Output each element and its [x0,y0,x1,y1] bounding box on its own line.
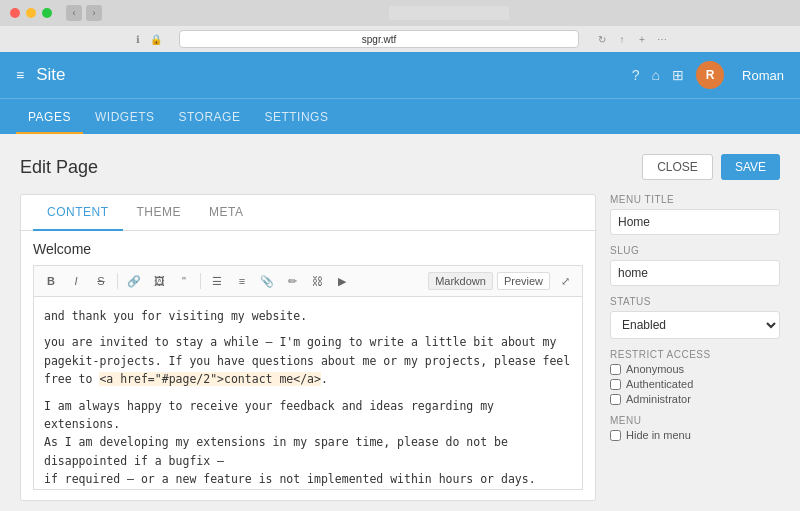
nav-settings[interactable]: SETTINGS [252,102,340,135]
editor-line-3: I am always happy to receive your feedba… [44,397,572,489]
toolbar-right-icons: ↻ ↑ + ⋯ [595,32,669,46]
checkbox-administrator: Administrator [610,393,780,405]
browser-titlebar: ‹ › [0,0,800,26]
tab-theme[interactable]: THEME [123,195,196,231]
minimize-dot[interactable] [26,8,36,18]
pen-button[interactable]: ✏ [281,270,303,292]
hide-in-menu-checkbox[interactable] [610,430,621,441]
refresh-icon[interactable]: ↻ [595,32,609,46]
status-label: STATUS [610,296,780,307]
attach-button[interactable]: 📎 [256,270,278,292]
grid-icon[interactable]: ⊞ [672,67,684,83]
add-tab-icon[interactable]: + [635,32,649,46]
hamburger-icon[interactable]: ≡ [16,67,24,83]
editor-line-1: and thank you for visiting my website. [44,307,572,325]
forward-button[interactable]: › [86,5,102,21]
tab-content[interactable]: CONTENT [33,195,123,231]
editor-title: Welcome [33,241,583,257]
markdown-label[interactable]: Markdown [428,272,493,290]
editor-area: Welcome B I S 🔗 🖼 " ☰ ≡ 📎 ✏ [21,231,595,500]
left-panel: CONTENT THEME META Welcome B I S 🔗 🖼 [20,194,596,501]
nav-storage[interactable]: STORAGE [166,102,252,135]
bold-button[interactable]: B [40,270,62,292]
info-icon[interactable]: ℹ [131,32,145,46]
checkbox-hide-in-menu: Hide in menu [610,429,780,441]
anonymous-checkbox[interactable] [610,364,621,375]
restrict-label: RESTRICT ACCESS [610,349,780,360]
close-dot[interactable] [10,8,20,18]
administrator-checkbox[interactable] [610,394,621,405]
video-button[interactable]: ▶ [331,270,353,292]
content-area: CONTENT THEME META Welcome B I S 🔗 🖼 [20,194,780,501]
strikethrough-button[interactable]: S [90,270,112,292]
menu-title-group: MENU TITLE [610,194,780,235]
tab-meta[interactable]: META [195,195,257,231]
slug-group: SLUG [610,245,780,286]
administrator-label: Administrator [626,393,691,405]
slug-input[interactable] [610,260,780,286]
page-header: Edit Page CLOSE SAVE [20,154,780,180]
list-ol-button[interactable]: ≡ [231,270,253,292]
settings-icon[interactable]: ⋯ [655,32,669,46]
menu-title-label: MENU TITLE [610,194,780,205]
quote-button[interactable]: " [173,270,195,292]
toolbar-left-icons: ℹ 🔒 [131,32,163,46]
editor-line-2: you are invited to stay a while – I'm go… [44,333,572,388]
authenticated-checkbox[interactable] [610,379,621,390]
browser-nav-buttons: ‹ › [66,5,102,21]
share-icon[interactable]: ↑ [615,32,629,46]
checkbox-authenticated: Authenticated [610,378,780,390]
top-nav-icons: ? ⌂ ⊞ R Roman [632,61,784,89]
authenticated-label: Authenticated [626,378,693,390]
url-text: spgr.wtf [362,34,396,45]
anonymous-label: Anonymous [626,363,684,375]
hide-in-menu-label: Hide in menu [626,429,691,441]
checkbox-anonymous: Anonymous [610,363,780,375]
list-ul-button[interactable]: ☰ [206,270,228,292]
sub-nav: PAGES WIDGETS STORAGE SETTINGS [0,98,800,134]
menu-title-input[interactable] [610,209,780,235]
url-bar[interactable]: spgr.wtf [179,30,579,48]
user-avatar[interactable]: R [696,61,724,89]
nav-widgets[interactable]: WIDGETS [83,102,167,135]
status-group: STATUS Enabled Disabled [610,296,780,339]
expand-button[interactable]: ⤢ [554,270,576,292]
close-button[interactable]: CLOSE [642,154,713,180]
shield-icon[interactable]: 🔒 [149,32,163,46]
toolbar-sep-1 [117,273,118,289]
italic-button[interactable]: I [65,270,87,292]
browser-chrome: ‹ › ℹ 🔒 spgr.wtf ↻ ↑ + ⋯ [0,0,800,52]
help-icon[interactable]: ? [632,67,640,83]
back-button[interactable]: ‹ [66,5,82,21]
app: ≡ Site ? ⌂ ⊞ R Roman PAGES WIDGETS STORA… [0,52,800,511]
header-buttons: CLOSE SAVE [642,154,780,180]
top-nav: ≡ Site ? ⌂ ⊞ R Roman [0,52,800,98]
menu-label: MENU [610,415,780,426]
menu-section: MENU Hide in menu [610,415,780,441]
right-panel: MENU TITLE SLUG STATUS Enabled Disabled [610,194,780,501]
link-button[interactable]: 🔗 [123,270,145,292]
chain-button[interactable]: ⛓ [306,270,328,292]
image-button[interactable]: 🖼 [148,270,170,292]
page-title: Edit Page [20,157,98,178]
restrict-section: RESTRICT ACCESS Anonymous Authenticated … [610,349,780,405]
save-button[interactable]: SAVE [721,154,780,180]
editor-toolbar: B I S 🔗 🖼 " ☰ ≡ 📎 ✏ ⛓ ▶ [33,265,583,296]
home-icon[interactable]: ⌂ [652,67,660,83]
site-title: Site [36,65,632,85]
main-content: Edit Page CLOSE SAVE CONTENT THEME META … [0,134,800,511]
slug-label: SLUG [610,245,780,256]
preview-label[interactable]: Preview [497,272,550,290]
maximize-dot[interactable] [42,8,52,18]
toolbar-sep-2 [200,273,201,289]
user-initial: R [706,68,715,82]
editor-content[interactable]: and thank you for visiting my website. y… [33,296,583,490]
toolbar-right: Markdown Preview ⤢ [428,270,576,292]
tab-bar: CONTENT THEME META [21,195,595,231]
user-name: Roman [742,68,784,83]
link-text: <a href="#page/2">contact me</a> [99,372,321,386]
status-select[interactable]: Enabled Disabled [610,311,780,339]
nav-pages[interactable]: PAGES [16,102,83,135]
browser-toolbar: ℹ 🔒 spgr.wtf ↻ ↑ + ⋯ [0,26,800,52]
